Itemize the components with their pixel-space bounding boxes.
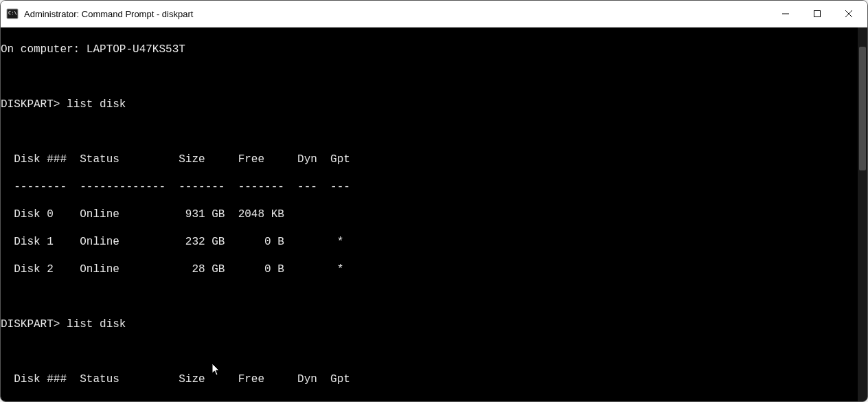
command-text: list disk — [67, 98, 126, 111]
scrollbar-track[interactable] — [858, 27, 867, 401]
prompt-line: DISKPART> list disk — [1, 317, 855, 331]
terminal-area[interactable]: On computer: LAPTOP-U47KS53T DISKPART> l… — [1, 27, 867, 401]
table-row: Disk 2 Online 28 GB 0 B * — [1, 263, 855, 276]
table-divider: -------- ------------- ------- ------- -… — [1, 400, 855, 401]
window-controls — [770, 1, 865, 27]
table-divider: -------- ------------- ------- ------- -… — [1, 180, 855, 194]
svg-rect-2 — [814, 11, 821, 17]
table-row: Disk 0 Online 931 GB 2048 KB — [1, 208, 855, 221]
prompt-line: DISKPART> list disk — [1, 98, 855, 111]
window-title: Administrator: Command Prompt - diskpart — [24, 9, 770, 19]
prompt: DISKPART> — [1, 98, 60, 111]
table-header: Disk ### Status Size Free Dyn Gpt — [1, 372, 855, 386]
scrollbar-thumb[interactable] — [859, 47, 866, 170]
titlebar: C:\ Administrator: Command Prompt - disk… — [1, 1, 867, 27]
minimize-button[interactable] — [770, 1, 801, 27]
table-row: Disk 1 Online 232 GB 0 B * — [1, 235, 855, 249]
cmd-icon: C:\ — [6, 8, 19, 20]
terminal-output: On computer: LAPTOP-U47KS53T DISKPART> l… — [1, 27, 858, 401]
svg-text:C:\: C:\ — [8, 10, 17, 16]
prompt: DISKPART> — [1, 318, 60, 331]
table-header: Disk ### Status Size Free Dyn Gpt — [1, 153, 855, 166]
maximize-button[interactable] — [801, 1, 833, 27]
command-text: list disk — [67, 318, 126, 331]
close-button[interactable] — [833, 1, 865, 27]
app-window: C:\ Administrator: Command Prompt - disk… — [0, 0, 868, 402]
computer-line: On computer: LAPTOP-U47KS53T — [1, 43, 855, 56]
